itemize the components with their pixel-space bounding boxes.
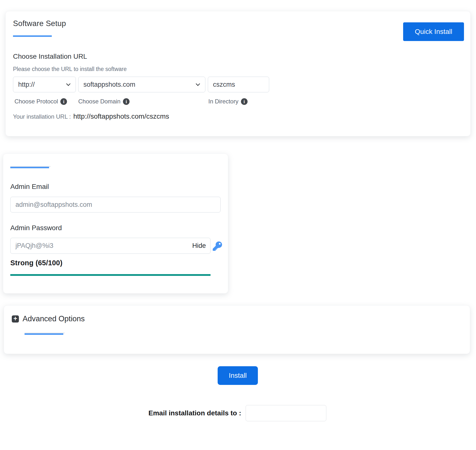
- url-fields-row: http:// softappshots.com: [13, 77, 269, 92]
- email-details-input[interactable]: [246, 405, 326, 421]
- directory-label: In Directory i: [208, 98, 248, 105]
- info-icon[interactable]: i: [123, 98, 130, 105]
- choose-url-subheading: Please choose the URL to install the sof…: [13, 66, 127, 72]
- quick-install-button[interactable]: Quick Install: [403, 22, 464, 41]
- title-underline: [13, 35, 53, 37]
- protocol-select[interactable]: http://: [13, 77, 76, 92]
- key-icon[interactable]: [213, 241, 222, 251]
- domain-label: Choose Domain i: [78, 98, 130, 105]
- page-title: Software Setup: [13, 19, 66, 28]
- admin-tab-underline: [10, 166, 51, 168]
- install-button[interactable]: Install: [218, 366, 258, 385]
- underline-bar: [25, 333, 63, 335]
- domain-select[interactable]: softappshots.com: [78, 77, 205, 92]
- underline-bar: [10, 167, 49, 168]
- directory-label-text: In Directory: [208, 98, 238, 105]
- protocol-select-wrap: http://: [13, 77, 76, 92]
- installation-url-value: http://softappshots.com/cszcms: [73, 112, 169, 120]
- advanced-options-title: Advanced Options: [23, 314, 85, 323]
- info-icon[interactable]: i: [60, 98, 67, 105]
- software-setup-card: Software Setup Quick Install Choose Inst…: [5, 11, 471, 136]
- installation-url-label: Your installation URL :: [13, 113, 71, 120]
- underline-bar: [13, 35, 52, 37]
- admin-email-input[interactable]: [10, 197, 221, 212]
- password-strength-text: Strong (65/100): [10, 259, 63, 267]
- advanced-options-card: + Advanced Options: [4, 305, 470, 354]
- advanced-options-toggle[interactable]: + Advanced Options: [12, 314, 85, 323]
- admin-password-input[interactable]: [15, 242, 192, 250]
- email-details-label: Email installation details to :: [148, 409, 241, 417]
- admin-settings-card: Admin Email Admin Password Hide Strong (…: [3, 154, 228, 294]
- admin-password-field: Hide: [10, 238, 211, 254]
- protocol-label-text: Choose Protocol: [14, 98, 58, 105]
- installation-url-line: Your installation URL : http://softappsh…: [13, 112, 169, 120]
- protocol-label: Choose Protocol i: [14, 98, 67, 105]
- advanced-tab-underline: [25, 333, 65, 335]
- admin-email-label: Admin Email: [10, 183, 49, 191]
- choose-url-heading: Choose Installation URL: [13, 53, 87, 60]
- directory-input[interactable]: [208, 77, 269, 92]
- domain-select-wrap: softappshots.com: [78, 77, 205, 92]
- plus-square-icon[interactable]: +: [12, 315, 19, 323]
- password-strength-bar: [10, 274, 211, 276]
- password-hide-toggle[interactable]: Hide: [192, 242, 206, 250]
- info-icon[interactable]: i: [241, 98, 248, 105]
- admin-password-label: Admin Password: [10, 224, 62, 232]
- domain-label-text: Choose Domain: [78, 98, 120, 105]
